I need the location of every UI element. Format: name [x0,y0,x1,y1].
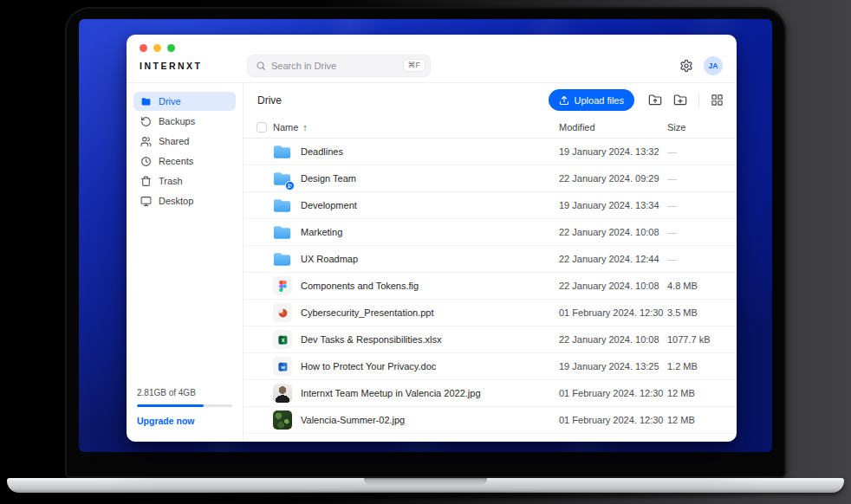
sidebar-item-recents[interactable]: Recents [133,152,236,171]
file-size: — [667,200,723,210]
sidebar-item-label: Drive [159,96,181,107]
folder-icon [273,251,292,268]
file-modified: 01 February 2024. 12:30 [559,307,667,318]
sidebar-item-shared[interactable]: Shared [133,132,236,151]
clock-icon [140,156,152,167]
file-list: Deadlines 19 January 2024. 13:32 — Desig… [244,139,737,442]
file-name: Valencia-Summer-02.jpg [301,415,559,425]
new-folder-icon [673,94,687,107]
grid-view-button[interactable] [711,94,724,107]
sidebar-item-label: Recents [159,156,193,166]
storage-panel: 2.81GB of 4GB Upgrade now [133,388,236,426]
column-header-name[interactable]: Name [273,122,298,132]
file-size: — [667,173,723,184]
table-row[interactable]: w How to Protect Your Privacy.doc 19 Jan… [244,353,737,380]
table-row[interactable]: Cybersecurity_Presentation.ppt 01 Februa… [244,300,737,326]
table-row[interactable]: Components and Tokens.fig 22 January 202… [244,273,737,300]
monitor-icon [140,196,152,207]
file-modified: 22 January 2024. 12:44 [559,254,667,264]
upload-files-button[interactable]: Upload files [549,89,634,111]
backup-history-icon [140,116,152,127]
sidebar-item-drive[interactable]: Drive [133,92,236,111]
table-row[interactable]: Valencia-Summer-02.jpg 01 February 2024.… [244,407,737,434]
table-row[interactable]: Marketing 22 January 2024. 10:08 — [244,219,737,246]
laptop-shadow [61,491,790,501]
folder-icon [273,197,292,214]
column-header-modified[interactable]: Modified [559,122,667,132]
file-name: Components and Tokens.fig [301,281,559,291]
sidebar-item-backups[interactable]: Backups [133,112,236,131]
folder-icon [273,144,292,160]
powerpoint-file-icon [273,303,292,322]
header-row: INTERNXT ⌘F JA [127,52,737,82]
breadcrumb[interactable]: Drive [257,94,282,107]
minimize-button[interactable] [153,44,161,52]
zoom-button[interactable] [167,44,175,52]
file-size: 1077.7 kB [667,334,723,345]
table-row[interactable]: Deadlines 19 January 2024. 13:32 — [244,139,737,165]
sidebar-item-label: Backups [159,116,195,126]
sidebar: Drive Backups Shared [127,83,244,442]
file-name: Internxt Team Meetup in Valencia 2022.jp… [301,388,559,398]
traffic-lights [127,35,737,52]
upgrade-now-link[interactable]: Upgrade now [137,416,232,426]
file-name: Deadlines [301,146,559,157]
people-icon [140,136,152,147]
file-name: Dev Tasks & Responsibilities.xlsx [301,334,559,345]
toolbar-divider [698,94,699,107]
sidebar-item-trash[interactable]: Trash [133,171,236,191]
excel-file-icon: x [273,330,292,349]
search-input[interactable] [271,61,398,71]
column-header-size[interactable]: Size [667,122,723,132]
search-field[interactable]: ⌘F [247,55,431,77]
search-shortcut-badge: ⌘F [403,59,426,72]
file-name: Cybersecurity_Presentation.ppt [301,307,559,318]
photo-thumbnail-foliage [273,410,292,430]
laptop-lid-notch [364,478,487,485]
window-body: Drive Backups Shared [127,83,737,442]
sidebar-item-desktop[interactable]: Desktop [133,191,236,210]
figma-file-icon [273,276,292,295]
file-modified: 22 January 2024. 10:08 [559,334,667,345]
file-size: 1.2 MB [667,361,723,372]
avatar[interactable]: JA [704,56,723,75]
table-row[interactable]: Development 19 January 2024. 13:34 — [244,192,737,219]
file-size: 12 MB [667,415,723,425]
file-size: 12 MB [667,388,723,398]
upload-files-label: Upload files [575,95,624,106]
file-modified: 22 January 2024. 10:08 [559,281,667,291]
file-modified: 19 January 2024. 13:34 [559,200,667,210]
table-row[interactable]: x Dev Tasks & Responsibilities.xlsx 22 J… [244,326,737,353]
close-button[interactable] [140,44,147,52]
file-modified: 19 January 2024. 13:32 [559,146,667,157]
upload-folder-button[interactable] [648,94,662,107]
sidebar-item-label: Shared [159,136,189,146]
file-size: — [667,146,723,157]
svg-text:x: x [281,336,284,342]
file-modified: 22 January 2024. 10:08 [559,227,667,237]
grid-view-icon [711,94,724,107]
file-size: 3.5 MB [667,307,723,318]
table-header: Name ↑ Modified Size [244,117,737,139]
new-folder-button[interactable] [673,94,687,107]
shared-badge-icon [285,181,295,191]
main-content: Drive Upload files [244,83,737,442]
drive-toolbar: Drive Upload files [244,83,737,117]
table-row[interactable]: UX Roadmap 22 January 2024. 12:44 — [244,246,737,273]
select-all-checkbox[interactable] [257,122,267,132]
storage-progress-bar [137,404,232,407]
table-row[interactable]: Design Team 22 January 2024. 09:29 — [244,165,737,192]
search-icon [256,61,266,71]
file-name: Marketing [301,227,559,237]
gear-icon [679,59,693,73]
settings-button[interactable] [679,59,693,73]
table-row[interactable]: Internxt Team Meetup in Valencia 2022.jp… [244,380,737,407]
photo-thumbnail-person [273,384,292,403]
file-name: UX Roadmap [301,254,559,264]
sort-ascending-icon[interactable]: ↑ [302,122,308,132]
word-file-icon: w [273,357,292,376]
internxt-drive-window: INTERNXT ⌘F JA [127,35,737,442]
storage-progress-fill [137,404,204,407]
folder-icon [273,224,292,241]
svg-text:w: w [280,364,285,369]
